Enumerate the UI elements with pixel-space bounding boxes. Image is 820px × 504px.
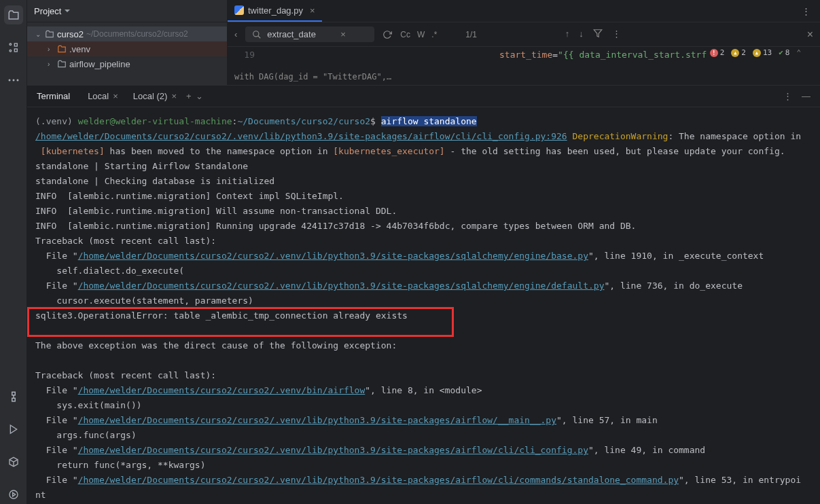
svg-point-10	[253, 31, 259, 36]
close-icon[interactable]: ×	[171, 91, 177, 101]
close-icon[interactable]: ×	[310, 5, 315, 16]
new-terminal-icon[interactable]: +	[186, 91, 192, 101]
clear-search-icon[interactable]: ×	[340, 29, 346, 39]
file-link[interactable]: /home/welder/Documents/curso2/curso2/.ve…	[78, 281, 605, 291]
folder-name: airflow_pipeline	[69, 59, 130, 69]
history-icon[interactable]	[382, 30, 392, 39]
project-title: Project	[34, 6, 61, 16]
filter-icon[interactable]	[593, 29, 603, 38]
svg-point-5	[12, 79, 14, 82]
editor-body[interactable]: 19 start_time="{{ data_interval_start.st…	[228, 47, 820, 85]
terminal-dropdown-icon[interactable]: ⌄	[196, 91, 203, 101]
folder-name: .venv	[69, 44, 90, 54]
svg-rect-3	[14, 49, 17, 52]
svg-marker-12	[594, 29, 602, 37]
editor-tab[interactable]: twitter_dag.py ×	[228, 0, 322, 22]
svg-marker-7	[10, 425, 16, 433]
prev-match-icon[interactable]: ↑	[565, 29, 570, 41]
line-number: 19	[228, 50, 262, 60]
structure-tool-icon[interactable]	[4, 38, 23, 57]
find-bar: ‹ × Cc W .* 1/1 ↑ ↓ ⋮	[228, 22, 820, 47]
editor-tab-bar: twitter_dag.py × ⋮	[228, 0, 820, 22]
check-icon: ✔	[779, 48, 783, 57]
breadcrumb[interactable]: with DAG(dag_id = "TwitterDAG",…	[228, 69, 820, 85]
expand-inspections-icon[interactable]: ⌃	[796, 48, 801, 57]
terminal-options-icon[interactable]: ⋮	[783, 91, 792, 101]
weak-warning-icon	[753, 49, 761, 57]
warning-icon	[731, 49, 739, 57]
search-icon	[252, 30, 262, 39]
tree-root[interactable]: ⌄ curso2 ~/Documents/curso2/curso2	[27, 26, 227, 41]
file-link[interactable]: /home/welder/Documents/curso2/curso2/.ve…	[78, 445, 588, 455]
project-tool-icon[interactable]	[4, 5, 23, 24]
svg-point-1	[10, 50, 12, 52]
project-header[interactable]: Project	[27, 0, 227, 22]
project-panel: Project ⌄ curso2 ~/Documents/curso2/curs…	[27, 0, 228, 85]
svg-rect-2	[14, 43, 17, 46]
services-tool-icon[interactable]	[4, 485, 23, 504]
tab-more-icon[interactable]: ⋮	[792, 6, 820, 16]
terminal-title: Terminal	[37, 91, 70, 101]
terminal-header: Terminal Local × Local (2) × + ⌄ ⋮ —	[27, 86, 820, 107]
search-count: 1/1	[465, 30, 477, 39]
file-link[interactable]: /home/welder/Documents/curso2/curso2/.ve…	[78, 475, 679, 485]
close-search-icon[interactable]: ×	[807, 29, 813, 41]
packages-tool-icon[interactable]	[4, 452, 23, 471]
python-console-icon[interactable]	[4, 387, 23, 406]
file-link[interactable]: /home/welder/Documents/curso2/curso2/.ve…	[78, 385, 366, 395]
terminal-tab[interactable]: Local (2) ×	[128, 89, 182, 103]
more-search-icon[interactable]: ⋮	[612, 29, 621, 41]
svg-point-8	[10, 490, 18, 499]
chevron-down-icon	[64, 7, 71, 14]
file-link[interactable]: /home/welder/Documents/curso2/curso2/.ve…	[35, 131, 567, 141]
root-path: ~/Documents/curso2/curso2	[86, 29, 188, 39]
terminal-output[interactable]: (.venv) welder@welder-virtual-machine:~/…	[27, 107, 820, 504]
tree-item-venv[interactable]: › .venv	[27, 41, 227, 56]
tab-filename: twitter_dag.py	[248, 5, 303, 16]
svg-marker-9	[12, 492, 15, 496]
file-link[interactable]: /home/welder/Documents/curso2/curso2/.ve…	[78, 415, 556, 425]
collapse-arrow-icon[interactable]: ‹	[234, 29, 237, 39]
regex-toggle[interactable]: .*	[431, 30, 437, 39]
words-toggle[interactable]: W	[417, 30, 425, 39]
minimize-terminal-icon[interactable]: —	[802, 91, 810, 101]
svg-line-11	[258, 35, 261, 38]
svg-point-0	[10, 43, 12, 46]
search-box[interactable]: ×	[245, 26, 374, 42]
run-tool-icon[interactable]	[4, 420, 23, 439]
svg-point-6	[16, 79, 18, 82]
project-tree: ⌄ curso2 ~/Documents/curso2/curso2 › .ve…	[27, 22, 227, 75]
more-tools-icon[interactable]	[4, 71, 23, 90]
inspections-widget[interactable]: !2 2 13 ✔8 ⌃	[710, 48, 801, 57]
next-match-icon[interactable]: ↓	[579, 29, 584, 41]
terminal-tab[interactable]: Local ×	[82, 89, 124, 103]
python-file-icon	[234, 5, 244, 15]
error-icon: !	[710, 49, 718, 57]
terminal-panel: Terminal Local × Local (2) × + ⌄ ⋮ — (.v…	[27, 85, 820, 504]
root-name: curso2	[57, 29, 84, 39]
left-tool-rail	[0, 0, 27, 504]
svg-point-4	[8, 79, 10, 82]
tree-item-pipeline[interactable]: › airflow_pipeline	[27, 56, 227, 71]
file-link[interactable]: /home/welder/Documents/curso2/curso2/.ve…	[78, 251, 588, 261]
search-input[interactable]	[267, 29, 335, 39]
editor-area: twitter_dag.py × ⋮ ‹ × Cc W .*	[228, 0, 820, 85]
match-case-toggle[interactable]: Cc	[400, 30, 410, 39]
close-icon[interactable]: ×	[113, 91, 118, 101]
